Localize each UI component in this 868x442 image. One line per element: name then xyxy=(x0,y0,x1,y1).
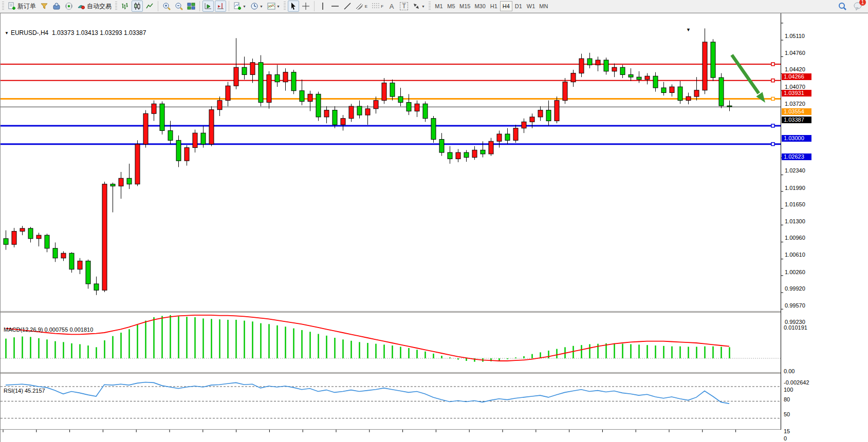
chart-window[interactable]: 1.051101.047601.044201.040701.037201.023… xyxy=(0,13,868,442)
periods-button[interactable]: ▼ xyxy=(249,1,265,12)
auto-trading-button[interactable]: 自动交易 xyxy=(76,1,113,12)
chart-title: ▼EURUSD-,H4 1.03373 1.03413 1.03293 1.03… xyxy=(5,29,146,36)
funnel-icon xyxy=(40,2,48,10)
fibonacci-sub-label: F xyxy=(381,4,383,9)
zoom-in-icon xyxy=(162,2,171,10)
price-line-tag: 1.03000 xyxy=(782,135,811,142)
toolbar-grip xyxy=(115,2,117,11)
rsi-axis-label: 50 xyxy=(784,411,790,417)
channel-tool[interactable]: E xyxy=(354,1,369,12)
toolbar-separator xyxy=(314,1,315,11)
fibonacci-tool[interactable]: F xyxy=(370,1,385,12)
new-order-icon xyxy=(8,2,16,10)
chart-shift-button[interactable] xyxy=(215,1,226,12)
chart-shift-marker-icon[interactable]: ▼ xyxy=(686,27,691,32)
chevron-down-icon: ▼ xyxy=(260,5,263,8)
chart-ohlc-values: 1.03373 1.03413 1.03293 1.03387 xyxy=(52,29,146,36)
vertical-line-icon xyxy=(319,2,327,10)
cursor-button[interactable] xyxy=(288,1,299,12)
horizontal-line-tool[interactable] xyxy=(329,1,341,12)
timeframe-MN[interactable]: MN xyxy=(537,1,550,11)
timeframe-M5[interactable]: M5 xyxy=(445,1,457,11)
rsi-axis-label: 80 xyxy=(784,396,790,402)
timeframe-M1[interactable]: M1 xyxy=(433,1,445,11)
price-tick-label: 0.99570 xyxy=(785,302,805,309)
toolbar-separator xyxy=(199,1,200,11)
price-tick-label: 1.00610 xyxy=(785,252,805,258)
price-tick-label: 1.00960 xyxy=(785,235,805,241)
cursor-icon xyxy=(289,2,298,10)
market-watch-button[interactable] xyxy=(39,1,50,12)
price-tick-label: 1.04760 xyxy=(785,50,805,56)
text-label-tool[interactable]: T xyxy=(398,1,410,12)
price-tick-label: 1.04070 xyxy=(785,84,805,90)
tile-windows-button[interactable] xyxy=(186,1,197,12)
price-line-tag: 1.03931 xyxy=(782,90,811,97)
line-chart-icon xyxy=(145,2,154,10)
notification-badge: 1 xyxy=(859,0,866,6)
auto-scroll-button[interactable] xyxy=(202,1,214,12)
chevron-down-icon: ▼ xyxy=(243,5,246,8)
add-indicator-button[interactable]: ▼ xyxy=(232,1,248,12)
crosshair-icon xyxy=(302,2,310,10)
timeframe-W1[interactable]: W1 xyxy=(525,1,538,11)
toolbar-grip xyxy=(429,2,431,11)
terminal-button[interactable] xyxy=(51,1,62,12)
toolbar-separator xyxy=(158,1,158,11)
candlestick-chart-button[interactable] xyxy=(132,1,143,12)
indicator-add-icon xyxy=(233,2,242,10)
text-tool[interactable]: A xyxy=(386,1,397,12)
current-price-tag: 1.03387 xyxy=(782,117,811,123)
price-tick-label: 1.03720 xyxy=(785,101,805,107)
rsi-axis-label: 100 xyxy=(784,387,793,393)
auto-scroll-icon xyxy=(204,2,212,10)
auto-trading-label: 自动交易 xyxy=(87,2,112,11)
main-toolbar: 新订单 自动交易 xyxy=(0,0,868,13)
text-label-tool-label: T xyxy=(400,2,408,10)
toolbar-grip xyxy=(2,2,4,11)
clock-icon xyxy=(250,2,258,10)
auto-trading-icon xyxy=(77,2,85,10)
price-line-tag: 1.03554 xyxy=(782,108,811,115)
price-tick-label: 1.01990 xyxy=(785,185,805,191)
zoom-in-button[interactable] xyxy=(161,1,172,12)
trendline-tool[interactable] xyxy=(342,1,353,12)
toolbar-right-group: 1 xyxy=(836,1,864,12)
price-line-tag: 1.04266 xyxy=(782,73,811,80)
vertical-line-tool[interactable] xyxy=(317,1,328,12)
price-tick-label: 1.04420 xyxy=(785,66,805,72)
arrows-tool[interactable]: ▼ xyxy=(411,1,427,12)
new-order-button[interactable]: 新订单 xyxy=(6,1,38,12)
trendline-icon xyxy=(343,2,352,10)
zoom-out-icon xyxy=(175,2,183,10)
search-button[interactable] xyxy=(836,1,848,12)
price-tick-label: 0.99920 xyxy=(785,285,805,292)
notifications-button[interactable]: 1 xyxy=(852,1,864,12)
search-icon xyxy=(838,2,847,11)
monitor-user-icon xyxy=(52,2,61,10)
timeframe-M30[interactable]: M30 xyxy=(472,1,487,11)
macd-indicator-label: MACD(12,26,9) 0.000755 0.001810 xyxy=(4,326,93,333)
toolbar-separator xyxy=(229,1,229,11)
rsi-indicator-label: RSI(14) 45.2157 xyxy=(4,388,45,394)
signals-button[interactable] xyxy=(63,1,75,12)
bar-chart-button[interactable] xyxy=(119,1,131,12)
price-line-tag: 1.02623 xyxy=(782,153,811,160)
price-tick-label: 1.00260 xyxy=(785,269,805,275)
macd-axis-label: 0.010191 xyxy=(784,324,807,331)
chart-dropdown-icon[interactable]: ▼ xyxy=(5,31,9,35)
templates-button[interactable]: ▼ xyxy=(266,1,282,12)
timeframe-H1[interactable]: H1 xyxy=(488,1,500,11)
tile-windows-icon xyxy=(187,2,195,10)
text-tool-label: A xyxy=(390,3,394,10)
timeframe-D1[interactable]: D1 xyxy=(512,1,525,11)
timeframe-M15[interactable]: M15 xyxy=(457,1,472,11)
zoom-out-button[interactable] xyxy=(173,1,184,12)
crosshair-button[interactable] xyxy=(300,1,311,12)
line-chart-button[interactable] xyxy=(144,1,155,12)
template-icon xyxy=(267,2,275,10)
chart-canvas[interactable] xyxy=(1,13,868,442)
horizontal-line-icon xyxy=(331,2,339,10)
new-order-label: 新订单 xyxy=(17,2,36,11)
timeframe-H4[interactable]: H4 xyxy=(500,1,512,11)
